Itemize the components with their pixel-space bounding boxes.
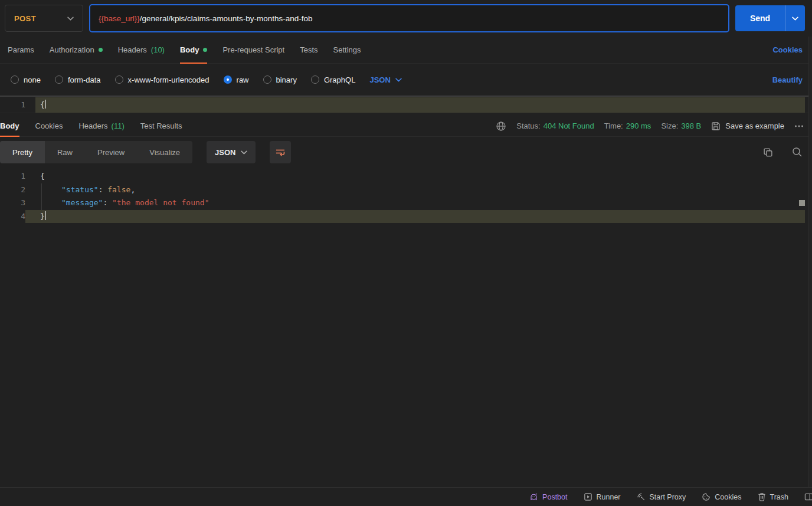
size-value: 398 B [681, 121, 701, 130]
body-type-binary[interactable]: binary [263, 75, 297, 84]
tab-body[interactable]: Body [172, 37, 215, 63]
tab-settings[interactable]: Settings [326, 37, 369, 63]
tab-headers[interactable]: Headers(10) [110, 37, 172, 63]
json-value: "the model not found" [112, 198, 209, 207]
response-tab-cookies[interactable]: Cookies [35, 116, 63, 136]
chevron-down-icon [792, 17, 798, 21]
runner-icon [584, 492, 592, 501]
empty-response-area [0, 223, 812, 487]
radio-icon [55, 75, 63, 84]
view-visualize[interactable]: Visualize [137, 141, 192, 163]
request-body-editor[interactable]: 1 { [0, 96, 812, 113]
body-type-graphql[interactable]: GraphQL [311, 75, 355, 84]
beautify-link[interactable]: Beautify [772, 75, 803, 84]
trash-button[interactable]: Trash [758, 492, 789, 501]
response-format-select[interactable]: JSON [207, 141, 256, 163]
body-dot [203, 48, 207, 52]
chevron-down-icon [241, 150, 247, 155]
request-line-number: 1 [0, 100, 35, 109]
send-button-group: Send [735, 5, 805, 31]
proxy-antenna-icon [637, 492, 646, 501]
json-value: false [107, 185, 130, 194]
chevron-down-icon [67, 17, 74, 21]
response-tab-test-results[interactable]: Test Results [140, 116, 182, 136]
send-button[interactable]: Send [735, 5, 785, 31]
status-badge: 404 Not Found [543, 121, 594, 130]
line-number: 4 [0, 210, 25, 224]
response-tab-body[interactable]: Body [0, 116, 19, 136]
json-brace: } [40, 212, 45, 221]
request-tabs: Params Authorization Headers(10) Body Pr… [0, 37, 812, 64]
body-type-row: none form-data x-www-form-urlencoded raw… [0, 64, 812, 96]
trash-icon [758, 492, 766, 501]
postbot-button[interactable]: Postbot [529, 492, 567, 501]
url-bar: POST {{base_url}}/general/kpis/claims-am… [0, 0, 812, 37]
status-pair: Status: 404 Not Found [516, 121, 594, 130]
response-line-active: 4 } [0, 210, 812, 224]
json-brace: { [40, 172, 45, 180]
cookies-button[interactable]: Cookies [702, 492, 741, 501]
size-pair: Size: 398 B [661, 121, 701, 130]
view-pretty[interactable]: Pretty [0, 141, 45, 163]
tab-authorization[interactable]: Authorization [42, 37, 110, 63]
tab-params[interactable]: Params [0, 37, 42, 63]
radio-icon [311, 75, 319, 84]
response-body-editor[interactable]: 1 { 2 "status": false, 3 "message": "the… [0, 167, 812, 223]
json-key: "message" [61, 198, 103, 207]
view-raw[interactable]: Raw [45, 141, 85, 163]
toggle-panel-button[interactable] [804, 492, 812, 501]
line-number: 3 [0, 196, 25, 210]
page-scrollbar[interactable] [808, 37, 812, 487]
cookie-icon [702, 492, 711, 501]
url-input[interactable]: {{base_url}}/general/kpis/claims-amounts… [89, 4, 729, 32]
tab-tests[interactable]: Tests [292, 37, 325, 63]
request-cookies-link[interactable]: Cookies [772, 37, 803, 63]
body-type-raw[interactable]: raw [224, 75, 249, 84]
network-globe-icon[interactable] [496, 121, 506, 132]
response-meta: Status: 404 Not Found Time: 290 ms Size:… [496, 116, 804, 136]
response-line: 3 "message": "the model not found" [0, 196, 812, 210]
time-pair: Time: 290 ms [604, 121, 651, 130]
response-actions [763, 147, 803, 157]
line-number: 1 [0, 170, 25, 183]
line-number: 2 [0, 183, 25, 197]
view-preview[interactable]: Preview [85, 141, 137, 163]
wrap-text-icon [275, 147, 286, 157]
response-headers-count: (11) [112, 121, 125, 130]
json-key: "status" [61, 185, 99, 194]
wrap-text-button[interactable] [270, 141, 291, 163]
status-footer-bar: Postbot Runner Start Proxy Cookies Trash [0, 487, 812, 506]
save-as-example-button[interactable]: Save as example [711, 121, 784, 131]
time-value: 290 ms [626, 121, 651, 130]
start-proxy-button[interactable]: Start Proxy [637, 492, 686, 501]
body-type-urlencoded[interactable]: x-www-form-urlencoded [115, 75, 209, 84]
copy-icon[interactable] [763, 147, 773, 157]
method-label: POST [14, 14, 36, 23]
panel-icon [804, 492, 812, 501]
response-line: 2 "status": false, [0, 183, 812, 197]
more-options-icon[interactable] [794, 124, 804, 128]
runner-button[interactable]: Runner [584, 492, 621, 501]
tab-pre-request-script[interactable]: Pre-request Script [215, 37, 292, 63]
send-options-button[interactable] [785, 5, 805, 31]
authorization-dot [99, 48, 103, 52]
response-view-switch: Pretty Raw Preview Visualize [0, 141, 192, 163]
headers-count: (10) [151, 45, 165, 54]
body-type-none[interactable]: none [11, 75, 41, 84]
method-select[interactable]: POST [5, 5, 83, 32]
chevron-down-icon [395, 78, 402, 82]
radio-icon [263, 75, 271, 84]
search-icon[interactable] [792, 147, 803, 157]
radio-icon [115, 75, 123, 84]
url-variable: {{base_url}} [99, 14, 140, 23]
postman-request-view: POST {{base_url}}/general/kpis/claims-am… [0, 0, 812, 506]
radio-selected-icon [224, 75, 232, 84]
url-path: /general/kpis/claims-amounts-by-months-a… [140, 14, 313, 23]
response-scrollbar-thumb[interactable] [799, 200, 805, 206]
save-icon [711, 121, 721, 131]
raw-language-select[interactable]: JSON [369, 75, 401, 84]
response-tab-headers[interactable]: Headers(11) [78, 116, 124, 136]
request-editor-line: { [35, 97, 805, 113]
body-type-form-data[interactable]: form-data [55, 75, 101, 84]
text-cursor [45, 100, 47, 109]
